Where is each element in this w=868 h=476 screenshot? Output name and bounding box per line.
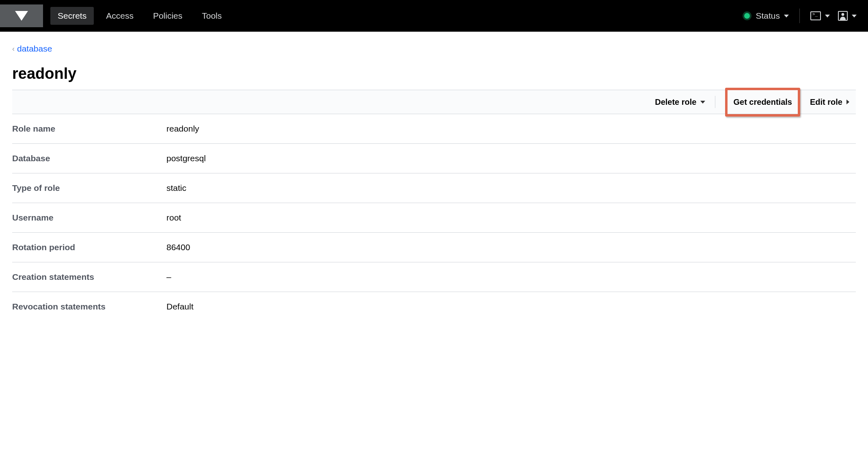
chevron-down-icon bbox=[852, 15, 857, 17]
detail-row-creation-statements: Creation statements – bbox=[12, 262, 856, 292]
detail-value: static bbox=[166, 183, 186, 193]
get-credentials-label: Get credentials bbox=[733, 97, 792, 107]
user-menu[interactable] bbox=[834, 11, 861, 21]
vault-logo-icon bbox=[15, 11, 28, 21]
role-toolbar: Delete role Get credentials Edit role bbox=[12, 90, 856, 114]
page-title: readonly bbox=[12, 65, 856, 82]
nav-divider bbox=[799, 9, 800, 23]
status-label: Status bbox=[756, 11, 780, 21]
detail-row-role-name: Role name readonly bbox=[12, 114, 856, 144]
detail-label: Role name bbox=[12, 124, 166, 134]
detail-value: – bbox=[166, 272, 171, 282]
terminal-icon bbox=[810, 11, 821, 20]
detail-label: Creation statements bbox=[12, 272, 166, 282]
detail-row-rotation: Rotation period 86400 bbox=[12, 233, 856, 262]
chevron-right-icon bbox=[846, 100, 849, 104]
detail-label: Database bbox=[12, 154, 166, 163]
vault-logo[interactable] bbox=[0, 4, 43, 27]
detail-row-username: Username root bbox=[12, 203, 856, 233]
delete-role-button[interactable]: Delete role bbox=[655, 97, 705, 107]
navbar: Secrets Access Policies Tools Status bbox=[0, 0, 868, 32]
detail-row-database: Database postgresql bbox=[12, 144, 856, 173]
detail-row-revocation-statements: Revocation statements Default bbox=[12, 292, 856, 321]
detail-label: Rotation period bbox=[12, 242, 166, 252]
edit-role-button[interactable]: Edit role bbox=[810, 97, 849, 107]
role-details: Role name readonly Database postgresql T… bbox=[12, 114, 856, 321]
delete-role-label: Delete role bbox=[655, 97, 696, 107]
detail-label: Type of role bbox=[12, 183, 166, 193]
user-icon bbox=[838, 11, 848, 21]
detail-label: Revocation statements bbox=[12, 302, 166, 312]
detail-row-type: Type of role static bbox=[12, 173, 856, 203]
detail-value: postgresql bbox=[166, 154, 206, 163]
detail-value: readonly bbox=[166, 124, 199, 134]
edit-role-label: Edit role bbox=[810, 97, 842, 107]
status-dot-icon bbox=[743, 11, 751, 20]
get-credentials-button[interactable]: Get credentials bbox=[725, 88, 800, 117]
console-menu[interactable] bbox=[806, 11, 834, 20]
chevron-down-icon bbox=[784, 15, 789, 17]
breadcrumb-link-database[interactable]: database bbox=[17, 44, 52, 54]
nav-item-access[interactable]: Access bbox=[99, 7, 141, 25]
page-content: ‹ database readonly Delete role Get cred… bbox=[0, 32, 868, 321]
toolbar-divider bbox=[715, 96, 715, 108]
detail-value: Default bbox=[166, 302, 194, 312]
nav-item-tools[interactable]: Tools bbox=[194, 7, 229, 25]
nav-item-policies[interactable]: Policies bbox=[146, 7, 190, 25]
status-menu[interactable]: Status bbox=[738, 11, 793, 21]
chevron-down-icon bbox=[825, 15, 830, 17]
detail-value: root bbox=[166, 213, 181, 223]
chevron-left-icon: ‹ bbox=[12, 45, 15, 53]
detail-label: Username bbox=[12, 213, 166, 223]
nav-item-secrets[interactable]: Secrets bbox=[50, 7, 94, 25]
detail-value: 86400 bbox=[166, 242, 190, 252]
chevron-down-icon bbox=[700, 101, 705, 104]
breadcrumb: ‹ database bbox=[12, 44, 856, 54]
